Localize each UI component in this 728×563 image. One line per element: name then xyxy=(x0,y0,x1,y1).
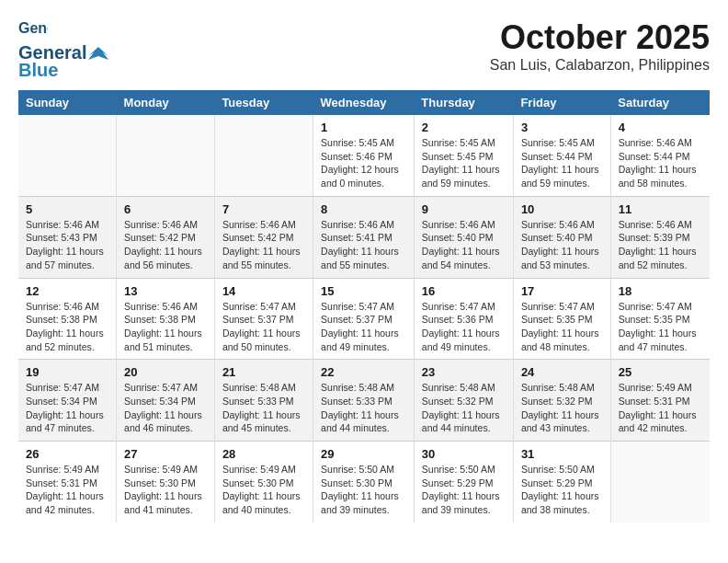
day-info: Sunrise: 5:48 AMSunset: 5:32 PMDaylight:… xyxy=(422,381,506,435)
day-number: 23 xyxy=(422,365,506,379)
day-info: Sunrise: 5:47 AMSunset: 5:34 PMDaylight:… xyxy=(124,381,207,435)
day-info: Sunrise: 5:45 AMSunset: 5:45 PMDaylight:… xyxy=(422,136,506,190)
calendar-cell: 15Sunrise: 5:47 AMSunset: 5:37 PMDayligh… xyxy=(313,278,415,360)
day-number: 5 xyxy=(26,202,108,216)
day-number: 9 xyxy=(422,202,506,216)
day-info: Sunrise: 5:47 AMSunset: 5:35 PMDaylight:… xyxy=(521,300,603,354)
day-number: 13 xyxy=(124,284,207,298)
day-number: 18 xyxy=(619,284,702,298)
weekday-header-monday: Monday xyxy=(117,90,215,115)
day-number: 3 xyxy=(521,121,603,134)
weekday-header-sunday: Sunday xyxy=(18,90,117,115)
calendar-cell xyxy=(117,115,215,196)
day-info: Sunrise: 5:46 AMSunset: 5:42 PMDaylight:… xyxy=(222,218,305,272)
calendar-cell: 3Sunrise: 5:45 AMSunset: 5:44 PMDaylight… xyxy=(513,115,610,196)
day-number: 24 xyxy=(521,365,603,379)
calendar-cell: 16Sunrise: 5:47 AMSunset: 5:36 PMDayligh… xyxy=(414,278,513,360)
calendar-cell: 10Sunrise: 5:46 AMSunset: 5:40 PMDayligh… xyxy=(513,196,610,278)
calendar-cell: 22Sunrise: 5:48 AMSunset: 5:33 PMDayligh… xyxy=(313,360,415,442)
day-info: Sunrise: 5:46 AMSunset: 5:40 PMDaylight:… xyxy=(521,218,603,272)
day-number: 31 xyxy=(521,447,603,461)
calendar-cell: 23Sunrise: 5:48 AMSunset: 5:32 PMDayligh… xyxy=(414,360,513,442)
calendar-cell: 14Sunrise: 5:47 AMSunset: 5:37 PMDayligh… xyxy=(214,278,313,360)
day-info: Sunrise: 5:49 AMSunset: 5:30 PMDaylight:… xyxy=(124,463,207,517)
title-area: October 2025 San Luis, Calabarzon, Phili… xyxy=(490,18,710,74)
svg-text:General: General xyxy=(18,20,48,36)
day-number: 21 xyxy=(222,365,305,379)
day-number: 28 xyxy=(222,447,305,461)
calendar-cell: 30Sunrise: 5:50 AMSunset: 5:29 PMDayligh… xyxy=(414,442,513,523)
day-info: Sunrise: 5:47 AMSunset: 5:34 PMDaylight:… xyxy=(26,381,108,435)
calendar-cell: 6Sunrise: 5:46 AMSunset: 5:42 PMDaylight… xyxy=(117,196,215,278)
day-info: Sunrise: 5:46 AMSunset: 5:43 PMDaylight:… xyxy=(26,218,108,272)
day-number: 22 xyxy=(321,365,406,379)
calendar-cell: 21Sunrise: 5:48 AMSunset: 5:33 PMDayligh… xyxy=(214,360,313,442)
week-row-5: 26Sunrise: 5:49 AMSunset: 5:31 PMDayligh… xyxy=(18,442,710,523)
day-info: Sunrise: 5:46 AMSunset: 5:44 PMDaylight:… xyxy=(619,136,702,190)
day-number: 7 xyxy=(222,202,305,216)
calendar-subtitle: San Luis, Calabarzon, Philippines xyxy=(490,57,710,74)
week-row-1: 1Sunrise: 5:45 AMSunset: 5:46 PMDaylight… xyxy=(18,115,710,196)
day-info: Sunrise: 5:46 AMSunset: 5:41 PMDaylight:… xyxy=(321,218,406,272)
day-number: 27 xyxy=(124,447,207,461)
calendar-cell: 28Sunrise: 5:49 AMSunset: 5:30 PMDayligh… xyxy=(214,442,313,523)
day-number: 17 xyxy=(521,284,603,298)
day-info: Sunrise: 5:49 AMSunset: 5:31 PMDaylight:… xyxy=(26,463,108,517)
calendar-cell: 24Sunrise: 5:48 AMSunset: 5:32 PMDayligh… xyxy=(513,360,610,442)
logo-icon: General xyxy=(18,18,48,42)
calendar-cell: 27Sunrise: 5:49 AMSunset: 5:30 PMDayligh… xyxy=(117,442,215,523)
weekday-header-thursday: Thursday xyxy=(414,90,513,115)
day-number: 15 xyxy=(321,284,406,298)
weekday-header-friday: Friday xyxy=(513,90,610,115)
calendar-cell: 11Sunrise: 5:46 AMSunset: 5:39 PMDayligh… xyxy=(610,196,710,278)
calendar-cell: 7Sunrise: 5:46 AMSunset: 5:42 PMDaylight… xyxy=(214,196,313,278)
day-info: Sunrise: 5:48 AMSunset: 5:32 PMDaylight:… xyxy=(521,381,603,435)
day-number: 12 xyxy=(26,284,108,298)
calendar-cell: 31Sunrise: 5:50 AMSunset: 5:29 PMDayligh… xyxy=(513,442,610,523)
week-row-3: 12Sunrise: 5:46 AMSunset: 5:38 PMDayligh… xyxy=(18,278,710,360)
day-info: Sunrise: 5:47 AMSunset: 5:35 PMDaylight:… xyxy=(619,300,702,354)
weekday-header-saturday: Saturday xyxy=(610,90,710,115)
day-info: Sunrise: 5:49 AMSunset: 5:31 PMDaylight:… xyxy=(619,381,702,435)
svg-marker-1 xyxy=(88,47,108,60)
day-info: Sunrise: 5:49 AMSunset: 5:30 PMDaylight:… xyxy=(222,463,305,517)
day-info: Sunrise: 5:45 AMSunset: 5:44 PMDaylight:… xyxy=(521,136,603,190)
day-info: Sunrise: 5:50 AMSunset: 5:30 PMDaylight:… xyxy=(321,463,406,517)
day-number: 11 xyxy=(619,202,702,216)
logo-bird-icon xyxy=(88,43,108,63)
day-number: 20 xyxy=(124,365,207,379)
calendar-cell: 8Sunrise: 5:46 AMSunset: 5:41 PMDaylight… xyxy=(313,196,415,278)
calendar-cell: 29Sunrise: 5:50 AMSunset: 5:30 PMDayligh… xyxy=(313,442,415,523)
day-info: Sunrise: 5:46 AMSunset: 5:40 PMDaylight:… xyxy=(422,218,506,272)
day-number: 6 xyxy=(124,202,207,216)
day-info: Sunrise: 5:47 AMSunset: 5:37 PMDaylight:… xyxy=(222,300,305,354)
logo: General General Blue xyxy=(18,18,110,81)
calendar-cell: 18Sunrise: 5:47 AMSunset: 5:35 PMDayligh… xyxy=(610,278,710,360)
day-info: Sunrise: 5:47 AMSunset: 5:36 PMDaylight:… xyxy=(422,300,506,354)
day-number: 4 xyxy=(619,121,702,134)
calendar-cell: 9Sunrise: 5:46 AMSunset: 5:40 PMDaylight… xyxy=(414,196,513,278)
day-number: 10 xyxy=(521,202,603,216)
day-number: 25 xyxy=(619,365,702,379)
day-number: 29 xyxy=(321,447,406,461)
day-info: Sunrise: 5:46 AMSunset: 5:38 PMDaylight:… xyxy=(124,300,207,354)
day-number: 30 xyxy=(422,447,506,461)
day-info: Sunrise: 5:50 AMSunset: 5:29 PMDaylight:… xyxy=(422,463,506,517)
calendar-table: SundayMondayTuesdayWednesdayThursdayFrid… xyxy=(18,90,710,523)
calendar-cell: 2Sunrise: 5:45 AMSunset: 5:45 PMDaylight… xyxy=(414,115,513,196)
calendar-cell xyxy=(214,115,313,196)
calendar-cell: 1Sunrise: 5:45 AMSunset: 5:46 PMDaylight… xyxy=(313,115,415,196)
day-info: Sunrise: 5:46 AMSunset: 5:42 PMDaylight:… xyxy=(124,218,207,272)
calendar-cell: 20Sunrise: 5:47 AMSunset: 5:34 PMDayligh… xyxy=(117,360,215,442)
day-info: Sunrise: 5:48 AMSunset: 5:33 PMDaylight:… xyxy=(222,381,305,435)
day-info: Sunrise: 5:46 AMSunset: 5:38 PMDaylight:… xyxy=(26,300,108,354)
weekday-header-wednesday: Wednesday xyxy=(313,90,415,115)
calendar-cell xyxy=(610,442,710,523)
day-number: 2 xyxy=(422,121,506,134)
calendar-cell: 13Sunrise: 5:46 AMSunset: 5:38 PMDayligh… xyxy=(117,278,215,360)
calendar-cell: 17Sunrise: 5:47 AMSunset: 5:35 PMDayligh… xyxy=(513,278,610,360)
calendar-title: October 2025 xyxy=(490,18,710,57)
calendar-cell: 5Sunrise: 5:46 AMSunset: 5:43 PMDaylight… xyxy=(18,196,117,278)
day-info: Sunrise: 5:47 AMSunset: 5:37 PMDaylight:… xyxy=(321,300,406,354)
weekday-header-tuesday: Tuesday xyxy=(214,90,313,115)
